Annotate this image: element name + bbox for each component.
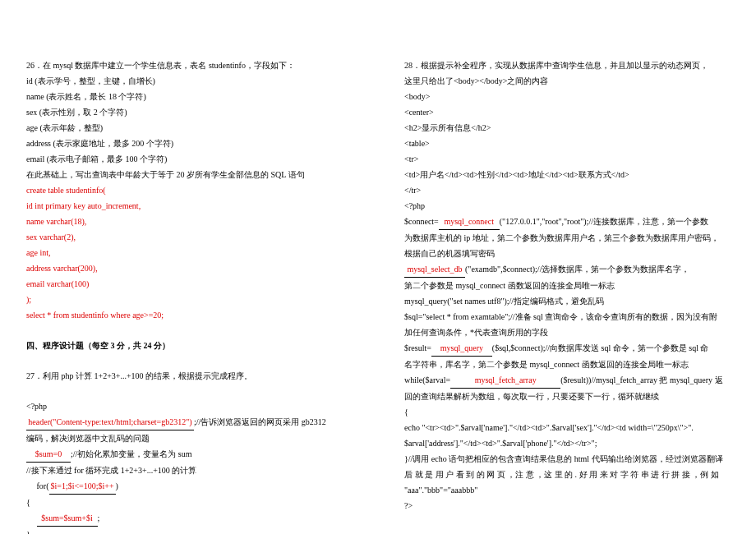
q28-text: ($sql,$connect);//向数据库发送 sql 命令，第一个参数是 s… <box>492 343 709 352</box>
q26-answer: ); <box>26 292 352 307</box>
q28-line: <?php <box>404 198 730 214</box>
q28-line: </tr> <box>404 182 730 198</box>
q26-answer: select * from studentinfo where age>=20; <box>26 307 352 323</box>
q27-text: ; <box>98 513 100 522</box>
q28-line: 名字符串，库名字，第二个参数是 mysql_connect 函数返回的连接全局唯… <box>404 357 730 372</box>
q27-row: header("Content-type:text/html;charset=g… <box>26 414 352 430</box>
q28-line: 28．根据提示补全程序，实现从数据库中查询学生信息，并且加以显示的动态网页， <box>404 58 730 73</box>
q28-line: 后 就 是 用 户 看 到 的 网 页 ，注 意 ，这 里 的 . 好 用 来 … <box>404 467 730 482</box>
q28-line: <body> <box>404 89 730 104</box>
q28-line: $sql="select * from examtable";//准备 sql … <box>404 309 730 325</box>
q26-answer: age int, <box>26 245 352 260</box>
q28-line: $arval['address']."</td><td>".$arval['ph… <box>404 435 730 451</box>
q28-row: $result=mysql_query($sql,$connect);//向数据… <box>404 340 730 357</box>
q26-line: email (表示电子邮箱，最多 100 个字符) <box>26 151 352 167</box>
q28-line: 根据自己的机器填写密码 <box>404 246 730 261</box>
q28-line: mysql_query("set names utf8");//指定编码格式，避… <box>404 293 730 309</box>
blank-fetch: mysql_fetch_array <box>450 372 560 389</box>
q27-line: } <box>26 527 352 534</box>
q27-text: for( <box>37 481 49 490</box>
q28-line: 为数据库主机的 ip 地址，第二个参数为数据库用户名，第三个参数为数据库用户密码… <box>404 230 730 246</box>
blank-sum: $sum=0 <box>26 446 71 463</box>
q26-line: name (表示姓名，最长 18 个字符) <box>26 89 352 104</box>
section-4-title: 四、程序设计题（每空 3 分，共 24 分） <box>26 338 352 353</box>
q28-line: "aaa"."bbb"="aaabbb" <box>404 482 730 498</box>
q27-line: { <box>26 495 352 510</box>
q26-line: 26．在 mysql 数据库中建立一个学生信息表，表名 studentinfo，… <box>26 58 352 73</box>
q26-line: 在此基础上，写出查询表中年龄大于等于 20 岁所有学生全部信息的 SQL 语句 <box>26 167 352 182</box>
q28-line: echo "<tr><td>".$arval['name']."</td><td… <box>404 420 730 435</box>
q28-line: ?> <box>404 498 730 513</box>
q28-text: ("examdb",$connect);//选择数据库，第一个参数为数据库名字， <box>465 265 689 274</box>
q27-line: <?php <box>26 398 352 414</box>
blank-header: header("Content-type:text/html;charset=g… <box>26 414 194 430</box>
q27-row: for($i=1;$i<=100;$i++) <box>26 478 352 495</box>
q28-line: { <box>404 404 730 420</box>
q26-line: age (表示年龄，整型) <box>26 120 352 136</box>
q28-line: 加任何查询条件，*代表查询所用的字段 <box>404 325 730 340</box>
blank-query: mysql_query <box>431 340 492 357</box>
q26-answer: name varchar(18), <box>26 214 352 229</box>
blank-connect: mysql_connect <box>439 214 500 230</box>
q28-line: <td>用户名</td><td>性别</td><td>地址</td><td>联系… <box>404 167 730 182</box>
q26-answer: address varchar(200), <box>26 260 352 276</box>
q26-answer: email varchar(100) <box>26 276 352 292</box>
blank-for: $i=1;$i<=100;$i++ <box>49 478 116 495</box>
q28-line: 这里只给出了<body></body>之间的内容 <box>404 73 730 89</box>
q27-line: 编码，解决浏览器中文乱码的问题 <box>26 430 352 446</box>
q27-line: //接下来通过 for 循环完成 1+2+3+...+100 的计算 <box>26 463 352 478</box>
q27-row: $sum=0;//初始化累加变量，变量名为 sum <box>26 446 352 463</box>
q28-text: while($arval= <box>404 375 450 384</box>
q26-line: id (表示学号，整型，主键，自增长) <box>26 73 352 89</box>
q28-line: <tr> <box>404 151 730 167</box>
page-container: 26．在 mysql 数据库中建立一个学生信息表，表名 studentinfo，… <box>0 0 756 534</box>
q28-text: ("127.0.0.1","root","root");//连接数据库，注意，第… <box>500 217 708 226</box>
blank-sumadd: $sum=$sum+$i <box>37 510 98 527</box>
q28-line: <h2>显示所有信息</h2> <box>404 120 730 136</box>
q28-text: ($result))//mysql_fetch_array 把 mysql_qu… <box>560 375 722 384</box>
q27-text: ;//告诉浏览器返回的网页采用 gb2312 <box>194 417 326 426</box>
q26-line: sex (表示性别，取 2 个字符) <box>26 104 352 120</box>
q26-line: address (表示家庭地址，最多 200 个字符) <box>26 136 352 151</box>
q27-text: ;//初始化累加变量，变量名为 sum <box>71 449 192 458</box>
left-column: 26．在 mysql 数据库中建立一个学生信息表，表名 studentinfo，… <box>0 0 378 534</box>
q28-line: }//调用 echo 语句把相应的包含查询结果信息的 html 代码输出给浏览器… <box>404 451 730 467</box>
q28-text: $result= <box>404 343 431 352</box>
q28-line: 回的查询结果解析为数组，每次取一行，只要还要下一行，循环就继续 <box>404 389 730 404</box>
q27-line: 27．利用 php 计算 1+2+3+...+100 的结果，根据提示完成程序。 <box>26 368 352 384</box>
q27-text: ) <box>116 481 118 490</box>
q28-text: $connect= <box>404 217 439 226</box>
q28-line: <table> <box>404 136 730 151</box>
q28-line: <center> <box>404 104 730 120</box>
q28-row: mysql_select_db("examdb",$connect);//选择数… <box>404 261 730 278</box>
q26-answer: sex varchar(2), <box>26 229 352 245</box>
blank-selectdb: mysql_select_db <box>404 261 465 278</box>
q28-line: 第二个参数是 mysql_connect 函数返回的连接全局唯一标志 <box>404 278 730 293</box>
q28-row: while($arval=mysql_fetch_array($result))… <box>404 372 730 389</box>
right-column: 28．根据提示补全程序，实现从数据库中查询学生信息，并且加以显示的动态网页， 这… <box>378 0 756 534</box>
q26-answer: create table studentinfo( <box>26 182 352 198</box>
q27-row: $sum=$sum+$i; <box>26 510 352 527</box>
q28-row: $connect=mysql_connect("127.0.0.1","root… <box>404 214 730 230</box>
q26-answer: id int primary key auto_increment, <box>26 198 352 214</box>
